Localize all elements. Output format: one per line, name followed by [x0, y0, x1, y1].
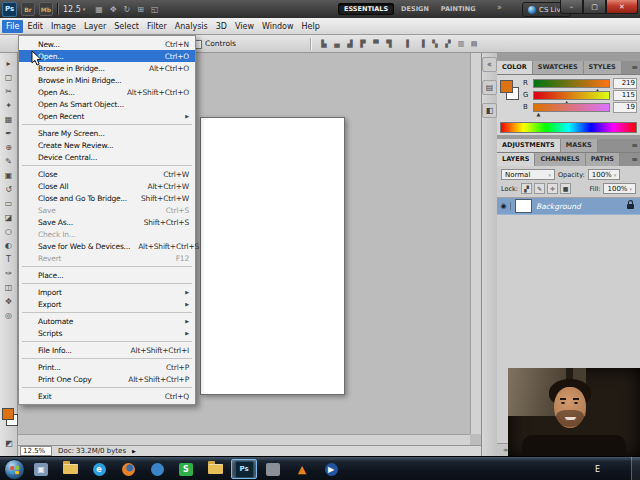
- crop-tool-icon[interactable]: ▦: [1, 112, 17, 126]
- gradient-tool-icon[interactable]: ◪: [1, 210, 17, 224]
- file-menu-item-revert[interactable]: RevertF12: [19, 252, 195, 264]
- docked-panel-icon[interactable]: ◧: [482, 103, 497, 118]
- opacity-field[interactable]: 100% ▾: [588, 169, 621, 180]
- photoshop-logo-icon[interactable]: Ps: [2, 2, 17, 17]
- workspace-overflow-button[interactable]: »: [497, 3, 502, 12]
- align-left-edges-icon[interactable]: ▙: [318, 38, 330, 50]
- file-menu-item-print-one-copy[interactable]: Print One CopyAlt+Shift+Ctrl+P: [19, 373, 195, 385]
- menubar-item-filter[interactable]: Filter: [143, 20, 171, 33]
- screen-mode-icon[interactable]: ◱: [151, 5, 159, 14]
- close-button[interactable]: ✕: [606, 0, 638, 14]
- file-menu-item-browse-in-bridge[interactable]: Browse in Bridge...Alt+Ctrl+O: [19, 62, 195, 74]
- menubar-item-view[interactable]: View: [231, 20, 258, 33]
- folder-icon[interactable]: [57, 459, 83, 479]
- zoom-level-control[interactable]: 12.5 ▾: [63, 5, 85, 14]
- pen-tool-icon[interactable]: ✑: [1, 266, 17, 280]
- distribute-horizontal-centers-icon[interactable]: ▥: [455, 38, 467, 50]
- file-menu-item-save[interactable]: SaveCtrl+S: [19, 204, 195, 216]
- maximize-button[interactable]: ▢: [583, 0, 606, 14]
- align-vertical-centers-icon[interactable]: ▀: [370, 38, 382, 50]
- color-slider-b[interactable]: ▲: [533, 103, 610, 112]
- hand-tool-icon[interactable]: ✥: [1, 294, 17, 308]
- type-tool-icon[interactable]: T: [1, 252, 17, 266]
- menubar-item-image[interactable]: Image: [47, 20, 80, 33]
- file-menu-item-close[interactable]: CloseCtrl+W: [19, 168, 195, 180]
- collapse-dock-icon[interactable]: «: [482, 57, 497, 72]
- color-slider-g[interactable]: ▲: [533, 91, 610, 100]
- align-bottom-edges-icon[interactable]: ▜: [383, 38, 395, 50]
- file-menu-item-save-as[interactable]: Save As...Shift+Ctrl+S: [19, 216, 195, 228]
- slider-thumb-icon[interactable]: ▲: [537, 111, 541, 117]
- lock-all-icon[interactable]: ■: [560, 183, 571, 194]
- distribute-left-edges-icon[interactable]: ▞: [442, 38, 454, 50]
- distribute-bottom-edges-icon[interactable]: ▚: [429, 38, 441, 50]
- blur-tool-icon[interactable]: ○: [1, 224, 17, 238]
- color-value-r[interactable]: 219: [613, 78, 637, 89]
- menubar-item-3d[interactable]: 3D: [212, 20, 231, 33]
- clone-stamp-tool-icon[interactable]: ▣: [1, 168, 17, 182]
- align-right-edges-icon[interactable]: ▟: [344, 38, 356, 50]
- dodge-tool-icon[interactable]: ◐: [1, 238, 17, 252]
- rotate-view-icon[interactable]: ↻: [124, 5, 131, 14]
- workspace-essentials[interactable]: ESSENTIALS: [338, 3, 394, 15]
- menubar-item-analysis[interactable]: Analysis: [171, 20, 212, 33]
- firefox-icon[interactable]: [115, 459, 141, 479]
- brush-tool-icon[interactable]: ✎: [1, 154, 17, 168]
- foreground-color-swatch[interactable]: [2, 408, 14, 420]
- tab-layers[interactable]: LAYERS: [497, 153, 535, 166]
- internet-explorer-icon[interactable]: e: [86, 459, 112, 479]
- file-menu-item-browse-in-mini-bridge[interactable]: Browse in Mini Bridge...: [19, 74, 195, 86]
- color-value-b[interactable]: 19: [613, 102, 637, 113]
- menubar-item-window[interactable]: Window: [258, 20, 298, 33]
- file-menu-item-device-central[interactable]: Device Central...: [19, 151, 195, 163]
- tab-channels[interactable]: CHANNELS: [535, 153, 585, 166]
- foreground-color-swatch[interactable]: [500, 80, 513, 93]
- blend-mode-select[interactable]: Normal ▾: [501, 169, 555, 180]
- workspace-painting[interactable]: PAINTING: [436, 4, 481, 14]
- magic-wand-tool-icon[interactable]: ✦: [1, 98, 17, 112]
- panel-menu-icon[interactable]: ≡: [631, 155, 638, 165]
- fill-field[interactable]: 100% ▾: [603, 183, 636, 194]
- photoshop-icon[interactable]: Ps: [231, 459, 257, 479]
- file-menu-item-export[interactable]: Export▶: [19, 298, 195, 310]
- file-menu-item-automate[interactable]: Automate▶: [19, 315, 195, 327]
- vlc-icon[interactable]: ▲: [289, 459, 315, 479]
- history-brush-tool-icon[interactable]: ↺: [1, 182, 17, 196]
- file-menu-item-save-for-web-devices[interactable]: Save for Web & Devices...Alt+Shift+Ctrl+…: [19, 240, 195, 252]
- color-slider-r[interactable]: ▲: [533, 79, 610, 88]
- file-menu-item-create-new-review[interactable]: Create New Review...: [19, 139, 195, 151]
- file-menu-item-print[interactable]: Print...Ctrl+P: [19, 361, 195, 373]
- show-desktop-button[interactable]: [631, 457, 640, 480]
- distribute-vertical-centers-icon[interactable]: ▐: [416, 38, 428, 50]
- align-top-edges-icon[interactable]: ▛: [357, 38, 369, 50]
- menubar-item-layer[interactable]: Layer: [80, 20, 110, 33]
- vertical-scrollbar[interactable]: [470, 53, 481, 434]
- tab-masks[interactable]: MASKS: [561, 139, 598, 152]
- status-zoom-field[interactable]: 12.5%: [20, 446, 52, 456]
- arrange-documents-icon[interactable]: ⊞: [137, 5, 144, 14]
- shape-tool-icon[interactable]: ◫: [1, 280, 17, 294]
- file-menu-item-file-info[interactable]: File Info...Alt+Shift+Ctrl+I: [19, 344, 195, 356]
- menubar-item-help[interactable]: Help: [298, 20, 324, 33]
- tab-color[interactable]: COLOR: [497, 61, 533, 74]
- file-menu-item-open-as[interactable]: Open As...Alt+Shift+Ctrl+O: [19, 86, 195, 98]
- quick-mask-icon[interactable]: ◩: [0, 439, 18, 448]
- layer-row-background[interactable]: ◉ Background: [497, 198, 640, 215]
- horizontal-scrollbar[interactable]: [18, 434, 470, 445]
- utility-app-icon[interactable]: [260, 459, 286, 479]
- healing-brush-tool-icon[interactable]: ⊕: [1, 140, 17, 154]
- menubar-item-select[interactable]: Select: [110, 20, 143, 33]
- zoom-tool-icon[interactable]: ◎: [1, 308, 17, 322]
- marquee-tool-icon[interactable]: ▢: [1, 70, 17, 84]
- file-menu-item-check-in[interactable]: Check In...: [19, 228, 195, 240]
- tab-styles[interactable]: STYLES: [584, 61, 622, 74]
- visibility-eye-icon[interactable]: ◉: [497, 202, 511, 210]
- color-value-g[interactable]: 115: [613, 90, 637, 101]
- view-extras-icon[interactable]: ▦: [95, 5, 103, 14]
- move-tool-icon[interactable]: ▸: [1, 56, 17, 70]
- file-menu-item-close-and-go-to-bridge[interactable]: Close and Go To Bridge...Shift+Ctrl+W: [19, 192, 195, 204]
- status-menu-arrow-icon[interactable]: ▶: [132, 448, 136, 454]
- explorer-window-icon[interactable]: ▣: [28, 459, 54, 479]
- tab-swatches[interactable]: SWATCHES: [533, 61, 584, 74]
- align-horizontal-centers-icon[interactable]: ▄: [331, 38, 343, 50]
